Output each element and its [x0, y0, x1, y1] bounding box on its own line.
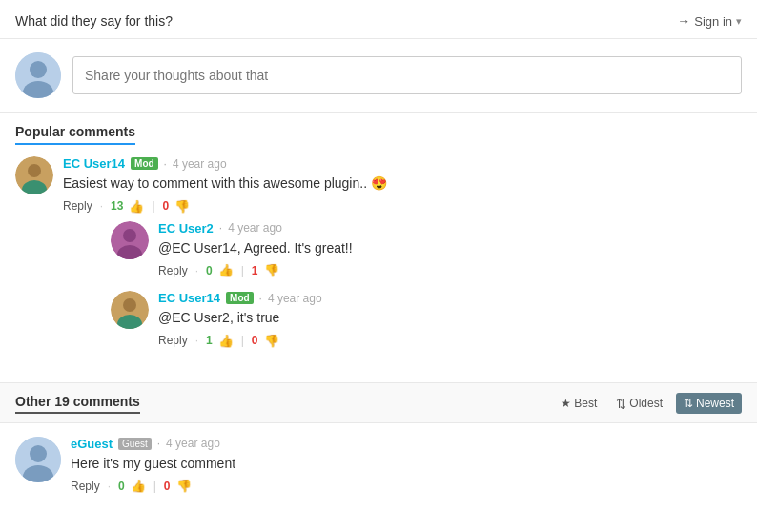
reply-username[interactable]: EC User2	[158, 221, 214, 235]
svg-point-1	[30, 61, 47, 78]
upvote-count: 1	[206, 334, 213, 347]
reply-button[interactable]: Reply	[63, 199, 92, 213]
downvote-count: 0	[164, 480, 171, 493]
guest-comment-section: eGuest Guest · 4 year ago Here it's my g…	[0, 423, 757, 507]
upvote-button[interactable]: 👍	[129, 199, 144, 214]
reply-button[interactable]: Reply	[158, 334, 188, 347]
reply-actions: Reply · 1 👍 | 0 👎	[158, 334, 742, 348]
reply-button[interactable]: Reply	[71, 480, 100, 493]
downvote-button[interactable]: 👎	[174, 199, 190, 214]
upvote-count: 0	[206, 264, 213, 277]
comment-item: EC User14 Mod · 4 year ago Easiest way t…	[15, 156, 742, 361]
page-header: What did they say for this? → Sign in ▾	[0, 0, 757, 39]
sign-in-icon: →	[677, 13, 690, 29]
reply-username[interactable]: EC User14	[158, 291, 220, 305]
sort-best-label: Best	[574, 397, 597, 410]
reply-item: EC User14 Mod · 4 year ago @EC User2, it…	[111, 291, 742, 348]
reply-time: 4 year ago	[228, 221, 282, 235]
sort-oldest-icon: ⇅	[616, 397, 626, 411]
svg-point-13	[30, 445, 47, 462]
other-comments-header: Other 19 comments ★ Best ⇅ Oldest ⇅ Newe…	[0, 382, 757, 423]
sort-oldest-label: Oldest	[629, 397, 663, 410]
downvote-button[interactable]: 👎	[264, 263, 279, 277]
guest-comment-actions: Reply · 0 👍 | 0 👎	[71, 479, 742, 493]
comment-body: EC User14 Mod · 4 year ago Easiest way t…	[63, 156, 742, 361]
avatar	[15, 156, 53, 194]
chevron-down-icon: ▾	[736, 15, 742, 28]
downvote-button[interactable]: 👎	[176, 479, 192, 493]
comment-meta: EC User14 Mod · 4 year ago	[63, 156, 742, 171]
reply-meta: EC User14 Mod · 4 year ago	[158, 291, 742, 305]
sort-oldest-button[interactable]: ⇅ Oldest	[610, 393, 668, 415]
reply-item: EC User2 · 4 year ago @EC User14, Agreed…	[111, 221, 742, 278]
downvote-count: 0	[252, 334, 258, 347]
comment-input-area	[0, 39, 757, 113]
avatar	[111, 221, 149, 259]
comment-actions: Reply · 13 👍 | 0 👎	[63, 199, 742, 214]
sort-newest-label: Newest	[696, 397, 734, 410]
star-icon: ★	[561, 397, 571, 410]
comment-input[interactable]	[72, 56, 742, 94]
reply-text: @EC User2, it's true	[158, 309, 742, 328]
downvote-count: 0	[163, 199, 170, 213]
sort-newest-button[interactable]: ⇅ Newest	[676, 393, 742, 414]
comment-text: Easiest way to comment with this awesome…	[63, 174, 742, 194]
sort-buttons: ★ Best ⇅ Oldest ⇅ Newest	[555, 393, 742, 415]
avatar	[15, 52, 61, 98]
avatar	[15, 437, 61, 482]
upvote-count: 13	[111, 199, 123, 213]
reply-text: @EC User14, Agreed. It's great!!	[158, 239, 742, 258]
sign-in-button[interactable]: → Sign in ▾	[677, 13, 742, 29]
reply-meta: EC User2 · 4 year ago	[158, 221, 742, 235]
comment-time: 4 year ago	[173, 157, 227, 171]
guest-badge: Guest	[118, 438, 152, 450]
sort-best-button[interactable]: ★ Best	[555, 393, 603, 414]
comment-username[interactable]: EC User14	[63, 156, 125, 171]
guest-comment-time: 4 year ago	[166, 437, 220, 450]
sign-in-label: Sign in	[694, 14, 732, 29]
avatar	[111, 291, 149, 329]
replies-container: EC User2 · 4 year ago @EC User14, Agreed…	[111, 221, 742, 348]
page-title: What did they say for this?	[15, 13, 173, 29]
reply-time: 4 year ago	[268, 292, 322, 305]
downvote-count: 1	[252, 264, 258, 277]
guest-username[interactable]: eGuest	[71, 437, 113, 451]
mod-badge: Mod	[131, 157, 158, 170]
upvote-button[interactable]: 👍	[131, 479, 146, 493]
reply-button[interactable]: Reply	[158, 264, 188, 277]
downvote-button[interactable]: 👎	[264, 334, 279, 348]
popular-comments-title: Popular comments	[15, 124, 742, 156]
upvote-button[interactable]: 👍	[218, 263, 234, 277]
svg-point-10	[123, 298, 136, 312]
guest-comment-meta: eGuest Guest · 4 year ago	[71, 437, 742, 451]
sort-newest-icon: ⇅	[684, 397, 693, 410]
guest-comment-body: eGuest Guest · 4 year ago Here it's my g…	[71, 437, 742, 494]
svg-point-7	[123, 229, 136, 242]
mod-badge: Mod	[226, 292, 254, 304]
reply-body: EC User14 Mod · 4 year ago @EC User2, it…	[158, 291, 742, 348]
upvote-button[interactable]: 👍	[218, 334, 234, 348]
other-comments-title: Other 19 comments	[15, 394, 140, 414]
reply-body: EC User2 · 4 year ago @EC User14, Agreed…	[158, 221, 742, 278]
reply-actions: Reply · 0 👍 | 1 👎	[158, 263, 742, 277]
upvote-count: 0	[118, 480, 125, 493]
popular-comments-section: Popular comments EC User14 Mod · 4 year …	[0, 113, 757, 382]
svg-point-4	[28, 164, 41, 177]
guest-comment-text: Here it's my guest comment	[71, 455, 742, 474]
